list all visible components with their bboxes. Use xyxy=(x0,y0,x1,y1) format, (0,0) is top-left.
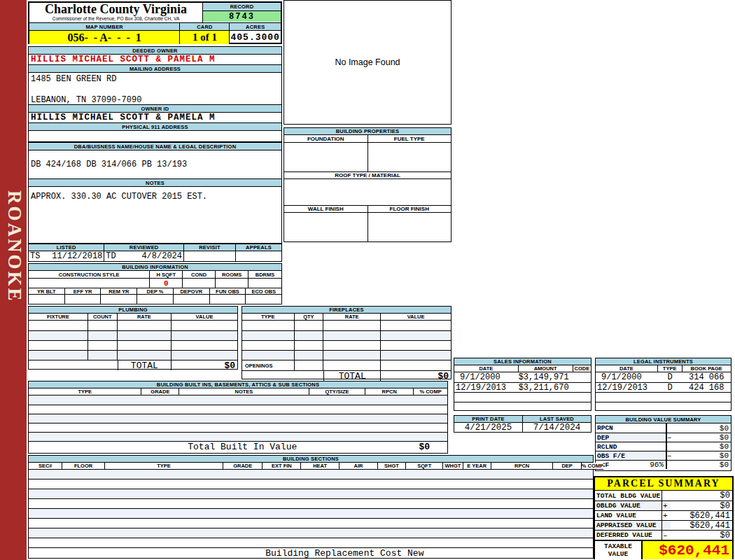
fuel-type-label: FUEL TYPE xyxy=(368,135,451,143)
sales-date: 12/19/2013 xyxy=(454,383,519,392)
parcel-label: TOTAL BLDG VALUE xyxy=(595,491,662,500)
mailing-address-label: MAILING ADDRESS xyxy=(29,65,281,73)
plumbing-empty-row xyxy=(29,350,237,360)
legal-instruments-title: LEGAL INSTRUMENTS xyxy=(596,358,731,365)
built-ins-empty-row xyxy=(29,414,447,423)
empty-cell xyxy=(88,321,118,330)
bvs-sign xyxy=(666,424,674,433)
empty-cell xyxy=(118,341,172,350)
empty-cell xyxy=(172,321,237,330)
record-box: RECORD 8743 xyxy=(202,3,281,22)
plumbing-total-value: $0 xyxy=(172,360,237,370)
plumbing-empty-row xyxy=(29,321,237,330)
eyear-header: E YEAR xyxy=(463,463,491,470)
review-table: LISTED REVIEWED REVISIT APPEALS TS 11/12… xyxy=(28,244,282,262)
empty-cell xyxy=(242,371,323,381)
shgt-header: SHGT xyxy=(378,463,406,470)
parcel-label: APPRAISED VALUE xyxy=(595,521,662,530)
bvs-row: OBS F/E – $0 xyxy=(596,451,731,460)
sales-row: 9/1/2000 $3,149,971 xyxy=(454,372,591,382)
owner-block: DEEDED OWNER HILLIS MICHAEL SCOTT & PAME… xyxy=(28,46,282,142)
revisit-cell xyxy=(184,251,236,261)
cond-header: COND xyxy=(183,271,216,279)
empty-cell xyxy=(295,360,324,370)
fireplaces-openings-row: OPENINGS xyxy=(242,360,451,370)
built-ins-empty-row xyxy=(29,423,447,432)
bvs-row: RCLND $0 xyxy=(596,442,731,451)
taxable-row: TAXABLE VALUE $620,441 xyxy=(595,540,732,559)
depovr-value xyxy=(174,295,210,304)
bvs-row: LCF 96% $0 xyxy=(596,460,731,469)
empty-cell xyxy=(88,331,118,340)
mailing-address-box: 1485 BEN GREEN RD LEBANON, TN 37090-7090 xyxy=(29,73,281,105)
bvs-label: RCLND xyxy=(597,443,617,451)
dep-pct-header: DEP % xyxy=(137,288,174,295)
bvs-row: DEP – $0 xyxy=(596,433,731,442)
li-date: 12/19/2013 xyxy=(596,383,658,392)
construction-style-header: CONSTRUCTION STYLE xyxy=(29,271,150,279)
replacement-cost-row: Building Replacement Cost New xyxy=(29,547,593,559)
building-information-block: BUILDING INFORMATION CONSTRUCTION STYLE … xyxy=(28,263,282,304)
deeded-owner-label: DEEDED OWNER xyxy=(29,47,281,55)
empty-cell xyxy=(172,331,237,340)
cond-value xyxy=(183,279,216,288)
building-information-title: BUILDING INFORMATION xyxy=(29,264,281,271)
floor-header: FLOOR xyxy=(62,463,104,470)
plumbing-total-row: TOTAL $0 xyxy=(29,360,237,370)
section-empty-row xyxy=(29,498,593,508)
parcel-sign: + xyxy=(662,501,671,510)
effyr-value xyxy=(65,295,102,304)
remyr-value xyxy=(101,295,137,304)
legal-instrument-empty-row xyxy=(596,402,731,411)
sales-table: SALES INFORMATION DATE AMOUNT CODE 9/1/2… xyxy=(454,358,592,411)
bi-rpcn-header: RPCN xyxy=(365,388,414,396)
acres-value: 405.3000 xyxy=(230,31,281,44)
plumbing-empty-row xyxy=(29,330,237,340)
empty-cell xyxy=(118,351,172,360)
empty-cell xyxy=(242,341,295,350)
bi-grade-header: GRADE xyxy=(141,388,179,396)
replacement-cost-label: Building Replacement Cost New xyxy=(265,548,424,559)
rpcn-header: RPCN xyxy=(491,463,554,470)
fireplaces-empty-row xyxy=(242,321,451,330)
fireplaces-empty-row xyxy=(242,350,451,360)
parcel-summary-title: PARCEL SUMMARY xyxy=(595,477,732,491)
identity-block: Charlotte County Virginia Commissioner o… xyxy=(28,1,282,44)
bvs-label: RPCN xyxy=(597,424,613,432)
fireplaces-empty-row xyxy=(242,340,451,350)
empty-cell xyxy=(29,351,88,360)
plumbing-table: PLUMBING FIXTURE COUNT RATE VALUE TOTAL … xyxy=(28,306,238,370)
fixture-header: FIXTURE xyxy=(29,314,88,321)
li-type: D xyxy=(658,383,682,392)
legal-instrument-row: 12/19/2013 D 424 168 xyxy=(596,382,731,392)
map-number-label: MAP NUMBER xyxy=(29,23,180,30)
empty-cell xyxy=(323,360,381,370)
plumbing-empty-row xyxy=(29,340,237,350)
parcel-sign xyxy=(662,521,671,530)
mailing-address-line2: LEBANON, TN 37090-7090 xyxy=(31,95,281,105)
parcel-label: LAND VALUE xyxy=(595,511,662,520)
li-type-header: TYPE xyxy=(658,365,682,372)
parcel-sign: – xyxy=(662,531,671,540)
effyr-header: EFF YR xyxy=(65,288,102,295)
empty-cell xyxy=(381,341,451,350)
value-header: VALUE xyxy=(172,314,237,321)
sales-code-header: CODE xyxy=(573,365,591,372)
parcel-row: DEFERRED VALUE – $0 xyxy=(595,530,732,540)
parcel-value: $620,441 xyxy=(671,511,732,520)
deeded-owner-value: HILLIS MICHAEL SCOTT & PAMELA M xyxy=(29,55,281,65)
fireplaces-empty-row xyxy=(242,330,451,340)
sales-empty-row xyxy=(454,402,591,411)
building-properties-block: BUILDING PROPERTIES FOUNDATION FUEL TYPE… xyxy=(284,127,451,242)
building-properties-title: BUILDING PROPERTIES xyxy=(284,128,451,135)
empty-cell xyxy=(323,331,381,340)
section-empty-row xyxy=(29,538,593,547)
fp-type-header: TYPE xyxy=(242,314,295,321)
bdrms-value xyxy=(248,279,281,288)
dates-table: PRINT DATE LAST SAVED 4/21/2025 7/14/202… xyxy=(454,415,592,433)
fp-qty-header: QTY xyxy=(295,314,324,321)
foundation-label: FOUNDATION xyxy=(284,135,368,143)
empty-cell xyxy=(29,321,88,330)
built-ins-empty-row xyxy=(29,405,447,414)
empty-cell xyxy=(295,351,324,360)
